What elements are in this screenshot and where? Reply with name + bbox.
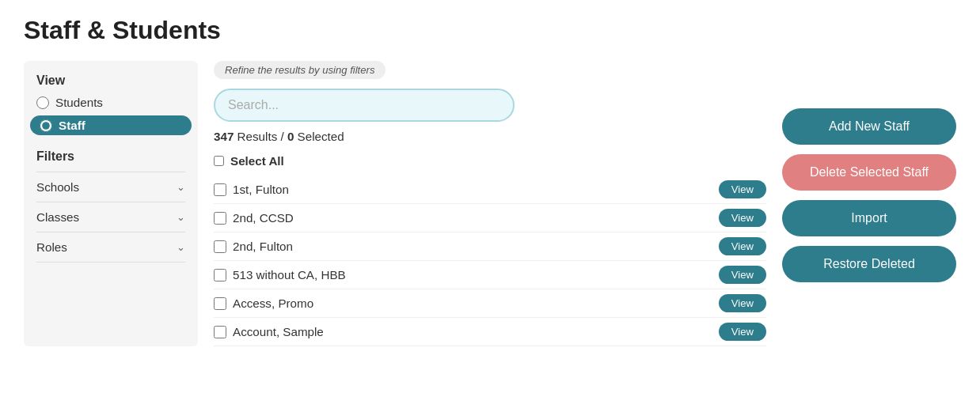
view-button-0[interactable]: View (719, 180, 766, 198)
select-all-label: Select All (230, 154, 284, 168)
import-button[interactable]: Import (782, 200, 956, 236)
list-item: 1st, FultonView (214, 176, 766, 204)
list-item: 2nd, FultonView (214, 232, 766, 261)
roles-filter[interactable]: Roles ⌄ (36, 232, 185, 263)
view-button-4[interactable]: View (719, 294, 766, 312)
filters-label: Filters (36, 149, 185, 164)
delete-selected-staff-button[interactable]: Delete Selected Staff (782, 154, 956, 191)
results-info: 347 Results / 0 Selected (214, 130, 766, 143)
students-radio[interactable]: Students (36, 96, 185, 109)
restore-deleted-button[interactable]: Restore Deleted (782, 246, 956, 282)
list-item-name: 2nd, CCSD (233, 211, 294, 225)
classes-filter[interactable]: Classes ⌄ (36, 202, 185, 232)
classes-chevron-icon: ⌄ (177, 211, 185, 223)
list-item-checkbox-2[interactable] (214, 240, 226, 253)
classes-filter-label: Classes (36, 210, 79, 224)
search-input[interactable] (214, 89, 515, 122)
staff-radio[interactable]: Staff (30, 115, 192, 135)
list-item-name: 513 without CA, HBB (233, 268, 346, 281)
list-item-name: 1st, Fulton (233, 183, 289, 196)
view-button-2[interactable]: View (719, 237, 766, 255)
schools-filter-label: Schools (36, 180, 79, 194)
results-label: Results / (237, 130, 284, 143)
list-item-name: Account, Sample (233, 325, 324, 338)
list-item-checkbox-3[interactable] (214, 269, 226, 281)
select-all-row: Select All (214, 154, 766, 168)
list-item-checkbox-0[interactable] (214, 183, 226, 196)
page-title: Staff & Students (24, 16, 956, 45)
list-item-checkbox-1[interactable] (214, 212, 226, 225)
results-count: 347 (214, 130, 234, 143)
roles-chevron-icon: ⌄ (177, 241, 185, 253)
view-button-3[interactable]: View (719, 266, 766, 284)
select-all-checkbox[interactable] (214, 156, 224, 166)
staff-label: Staff (59, 119, 85, 132)
view-label: View (36, 74, 185, 88)
list-item-checkbox-5[interactable] (214, 326, 226, 338)
roles-filter-label: Roles (36, 240, 67, 254)
staff-list: 1st, FultonView2nd, CCSDView2nd, FultonV… (214, 176, 766, 346)
list-item: 2nd, CCSDView (214, 204, 766, 232)
list-item-checkbox-4[interactable] (214, 297, 226, 310)
selected-label: Selected (298, 130, 344, 143)
list-item: Access, PromoView (214, 289, 766, 318)
schools-filter[interactable]: Schools ⌄ (36, 172, 185, 202)
view-button-1[interactable]: View (719, 209, 766, 227)
list-item-name: 2nd, Fulton (233, 240, 293, 253)
list-item: 513 without CA, HBBView (214, 261, 766, 289)
schools-chevron-icon: ⌄ (177, 181, 185, 193)
add-new-staff-button[interactable]: Add New Staff (782, 108, 956, 145)
view-button-5[interactable]: View (719, 323, 766, 341)
hint-text: Refine the results by using filters (214, 61, 386, 79)
students-label: Students (55, 96, 103, 109)
right-panel: Add New Staff Delete Selected Staff Impo… (782, 61, 956, 346)
list-item: Account, SampleView (214, 318, 766, 346)
selected-count: 0 (287, 130, 294, 143)
list-item-name: Access, Promo (233, 297, 313, 310)
main-content: Refine the results by using filters 347 … (214, 61, 766, 346)
sidebar: View Students Staff Filters Schools ⌄ Cl… (24, 61, 198, 346)
